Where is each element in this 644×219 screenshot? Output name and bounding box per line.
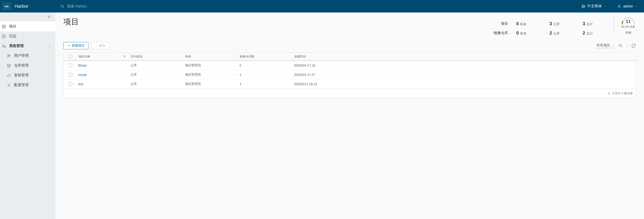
stats-table: 项目 0 私有 3 公开 3 总计 镜像仓库 0 (494, 16, 608, 36)
stats-sub: 公开 (553, 22, 560, 26)
chevron-down-icon (604, 5, 606, 8)
sidebar-item-repo-management[interactable]: 仓库管理 (0, 61, 55, 70)
svg-point-18 (8, 64, 10, 65)
svg-rect-7 (4, 25, 6, 26)
stats-sub: 总计 (586, 32, 593, 36)
sidebar-item-config-management[interactable]: 配置管理 (0, 80, 55, 90)
cell-repo-count: 1 (237, 73, 292, 76)
sidebar-collapse-icon[interactable] (47, 15, 51, 19)
sidebar-item-logs[interactable]: 日志 (0, 31, 55, 41)
page-title: 项目 (64, 16, 79, 27)
app-header: vm Harbor 中文简体 admin (0, 0, 644, 12)
projects-icon (2, 24, 6, 28)
col-role[interactable]: 角色 (183, 53, 237, 60)
search-input[interactable] (67, 4, 135, 8)
table-header: 项目名称 访问级别 角色 镜像仓库数 创建时间 (64, 53, 636, 61)
sidebar-item-user-management[interactable]: 用户管理 (0, 51, 55, 61)
users-icon (7, 54, 11, 58)
stats-projects-private: 0 私有 (516, 21, 541, 26)
table-row: mysql 公开 项目管理员 1 2025/3/4 17:27 (64, 70, 636, 80)
cell-role: 项目管理员 (183, 82, 237, 86)
sidebar: 项目 日志 系统管理 用户管理 (0, 12, 55, 219)
admin-icon (2, 44, 6, 48)
filter-icon[interactable] (123, 55, 126, 58)
sidebar-item-projects[interactable]: 项目 (0, 22, 55, 31)
sidebar-item-replication-management[interactable]: 复制管理 (0, 70, 55, 80)
sidebar-item-label: 仓库管理 (14, 63, 29, 68)
filter-label: 所有项目 (596, 43, 610, 48)
project-link[interactable]: library (76, 64, 128, 67)
row-checkbox[interactable] (69, 73, 72, 76)
col-repo-count[interactable]: 镜像仓库数 (237, 53, 292, 60)
stats-repos-label: 镜像仓库 (494, 31, 508, 36)
cell-access: 公开 (128, 64, 183, 68)
sidebar-item-system-management[interactable]: 系统管理 (0, 41, 55, 51)
svg-point-5 (618, 5, 620, 6)
cell-repo-count: 1 (237, 82, 292, 86)
delete-button[interactable]: 删除 (91, 42, 109, 49)
svg-point-17 (9, 55, 10, 56)
project-link[interactable]: test (76, 82, 128, 86)
cell-role: 项目管理员 (183, 64, 237, 68)
logs-icon (2, 34, 6, 38)
database-icon (7, 64, 11, 68)
cell-created: 2025/3/4 17:16 (292, 64, 634, 67)
user-menu[interactable]: admin (617, 4, 638, 8)
stats-projects-total: 3 总计 (583, 21, 608, 26)
cell-created: 2025/3/11 16:12 (292, 82, 634, 86)
divider (627, 43, 627, 48)
svg-line-1 (63, 7, 64, 8)
svg-rect-6 (2, 25, 4, 26)
cell-access: 公开 (128, 82, 183, 86)
cell-role: 项目管理员 (183, 73, 237, 77)
app-title: Harbor (14, 4, 28, 9)
search-container (60, 4, 581, 9)
select-all-checkbox[interactable] (69, 55, 72, 58)
button-label: 新建项目 (72, 44, 84, 48)
user-label: admin (623, 4, 633, 8)
row-checkbox[interactable] (69, 64, 72, 67)
search-icon[interactable] (618, 44, 623, 48)
toolbar: 新建项目 删除 所有项目 (64, 42, 636, 49)
refresh-icon[interactable] (631, 44, 636, 48)
col-access[interactable]: 访问级别 (128, 53, 183, 60)
sidebar-item-label: 复制管理 (14, 73, 29, 78)
svg-point-16 (8, 54, 9, 56)
new-project-button[interactable]: 新建项目 (64, 42, 88, 49)
language-selector[interactable]: 中文简体 (581, 4, 606, 9)
summary-row: 项目 项目 0 私有 3 公开 3 总计 镜像仓 (64, 16, 636, 36)
search-icon (60, 4, 65, 9)
project-filter-select[interactable]: 所有项目 (596, 43, 614, 48)
close-icon (95, 44, 98, 47)
col-name[interactable]: 项目名称 (76, 53, 128, 60)
stats-num: 2 (550, 30, 552, 36)
stats-num: 2 (583, 30, 585, 36)
stats-sub: 公开 (553, 32, 560, 36)
col-label: 访问级别 (131, 54, 142, 58)
col-created[interactable]: 创建时间 (292, 53, 634, 60)
col-label: 项目名称 (78, 54, 90, 58)
project-link[interactable]: mysql (76, 73, 128, 76)
sidebar-item-label: 配置管理 (14, 83, 29, 88)
row-checkbox[interactable] (69, 82, 72, 86)
svg-point-19 (8, 84, 10, 86)
stats-sub: 私有 (520, 22, 526, 26)
header-right: 中文简体 admin (581, 4, 644, 9)
stats-repos-private: 0 私有 (516, 30, 541, 36)
storage-block: 11 98 GB 容量 存储 (614, 16, 636, 35)
logo: vm (2, 2, 11, 10)
stats-sub: 私有 (520, 32, 526, 36)
svg-rect-9 (4, 27, 6, 28)
chevron-down-icon (635, 5, 638, 8)
svg-point-0 (61, 5, 63, 7)
cell-access: 公开 (128, 73, 183, 77)
table-row: library 公开 项目管理员 0 2025/3/4 17:16 (64, 61, 636, 70)
col-label: 镜像仓库数 (240, 54, 254, 58)
cell-repo-count: 0 (237, 64, 292, 67)
chevron-down-icon (612, 44, 614, 47)
stats-num: 3 (583, 21, 585, 26)
svg-point-24 (619, 44, 621, 46)
gear-icon (7, 83, 11, 87)
col-label: 创建时间 (294, 54, 306, 58)
sidebar-item-label: 项目 (9, 24, 16, 29)
